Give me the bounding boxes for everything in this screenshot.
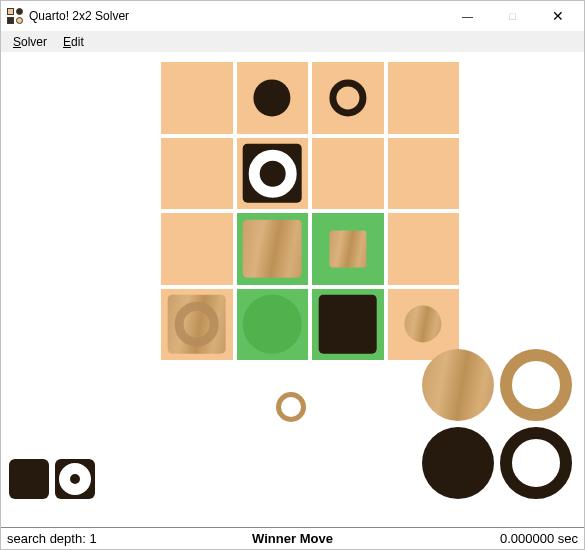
menu-edit[interactable]: Edit <box>55 33 92 51</box>
piece-icon <box>329 230 366 267</box>
cell-1-2[interactable] <box>312 138 384 210</box>
menu-edit-label: dit <box>71 35 84 49</box>
cell-0-3[interactable] <box>388 62 460 134</box>
statusbar: search depth: 1 Winner Move 0.000000 sec <box>1 527 584 549</box>
tray-piece[interactable] <box>422 427 494 499</box>
cell-1-1[interactable] <box>237 138 309 210</box>
app-icon <box>7 8 23 24</box>
cell-0-1[interactable] <box>237 62 309 134</box>
cell-2-0[interactable] <box>161 213 233 285</box>
cell-0-0[interactable] <box>161 62 233 134</box>
cell-2-3[interactable] <box>388 213 460 285</box>
cell-1-0[interactable] <box>161 138 233 210</box>
cell-3-0[interactable] <box>161 289 233 361</box>
cell-2-2[interactable] <box>312 213 384 285</box>
menu-solver-label: olver <box>21 35 47 49</box>
close-button[interactable]: ✕ <box>535 1 580 31</box>
piece-icon <box>254 79 291 116</box>
piece-icon <box>243 219 302 278</box>
piece-icon <box>243 144 302 203</box>
app-window: Quarto! 2x2 Solver — □ ✕ Solver Edit <box>0 0 585 550</box>
menu-solver[interactable]: Solver <box>5 33 55 51</box>
game-board <box>161 62 459 360</box>
window-controls: — □ ✕ <box>445 1 580 31</box>
window-title: Quarto! 2x2 Solver <box>29 9 445 23</box>
maximize-button[interactable]: □ <box>490 1 535 31</box>
piece-icon <box>318 295 377 354</box>
tray-piece[interactable] <box>500 349 572 421</box>
status-depth: search depth: 1 <box>7 531 197 546</box>
tray-bottom-right <box>422 349 572 499</box>
titlebar[interactable]: Quarto! 2x2 Solver — □ ✕ <box>1 1 584 31</box>
piece-icon <box>243 295 302 354</box>
client-area <box>1 52 584 527</box>
piece-icon <box>276 392 306 422</box>
tray-piece[interactable] <box>9 459 49 499</box>
cell-0-2[interactable] <box>312 62 384 134</box>
tray-piece[interactable] <box>422 349 494 421</box>
piece-icon <box>405 306 442 343</box>
status-time: 0.000000 sec <box>388 531 578 546</box>
cell-3-2[interactable] <box>312 289 384 361</box>
tray-piece[interactable] <box>55 459 95 499</box>
minimize-button[interactable]: — <box>445 1 490 31</box>
piece-icon <box>167 295 226 354</box>
tray-piece[interactable] <box>500 427 572 499</box>
next-piece[interactable] <box>276 392 306 422</box>
menubar: Solver Edit <box>1 31 584 52</box>
piece-icon <box>329 79 366 116</box>
tray-bottom-left <box>9 459 95 499</box>
status-result: Winner Move <box>197 531 387 546</box>
cell-2-1[interactable] <box>237 213 309 285</box>
cell-1-3[interactable] <box>388 138 460 210</box>
cell-3-1[interactable] <box>237 289 309 361</box>
